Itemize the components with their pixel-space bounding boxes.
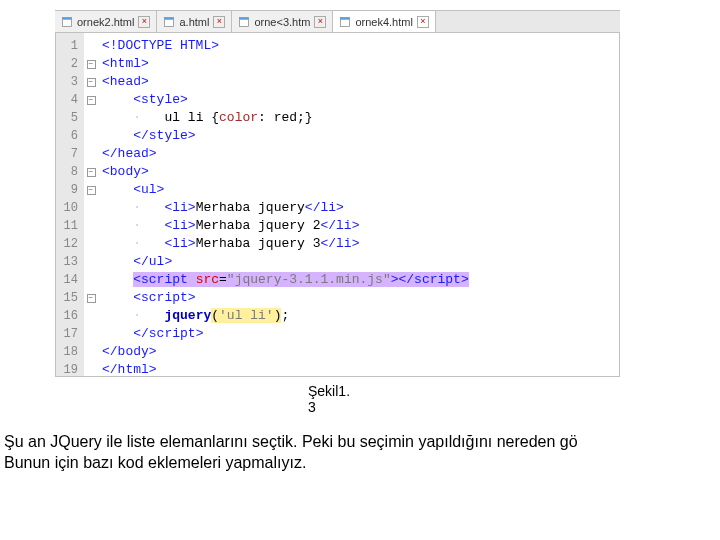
code-editor: ornek2.html×a.html×orne<3.htm×ornek4.htm… [55, 10, 620, 377]
tab-bar: ornek2.html×a.html×orne<3.htm×ornek4.htm… [55, 10, 620, 32]
tab-label: orne<3.htm [254, 16, 310, 28]
tab-label: ornek2.html [77, 16, 134, 28]
svg-rect-7 [341, 17, 350, 19]
fold-marker[interactable]: − [84, 55, 98, 73]
fold-marker [84, 127, 98, 145]
file-icon [61, 16, 73, 28]
tab-label: a.html [179, 16, 209, 28]
file-icon [339, 16, 351, 28]
caption-line-2: 3 [308, 399, 720, 415]
tab-1[interactable]: a.html× [157, 11, 232, 32]
fold-marker [84, 109, 98, 127]
fold-marker [84, 253, 98, 271]
line-number: 13 [56, 253, 78, 271]
code-line[interactable]: · <li>Merhaba jquery 3</li> [102, 235, 619, 253]
line-number: 7 [56, 145, 78, 163]
caption-line-1: Şekil1. [308, 383, 720, 399]
line-number: 16 [56, 307, 78, 325]
tab-0[interactable]: ornek2.html× [55, 11, 157, 32]
code-line[interactable]: · <li>Merhaba jquery</li> [102, 199, 619, 217]
fold-marker [84, 199, 98, 217]
fold-column: −−−−−− [84, 33, 98, 376]
line-number: 4 [56, 91, 78, 109]
fold-marker[interactable]: − [84, 73, 98, 91]
fold-marker [84, 235, 98, 253]
fold-marker [84, 271, 98, 289]
code-line[interactable]: <head> [102, 73, 619, 91]
code-line[interactable]: </script> [102, 325, 619, 343]
code-line[interactable]: · <li>Merhaba jquery 2</li> [102, 217, 619, 235]
file-icon [163, 16, 175, 28]
body-text-line-2: Bunun için bazı kod eklemeleri yapmalıyı… [4, 454, 720, 472]
fold-marker [84, 325, 98, 343]
close-icon[interactable]: × [417, 16, 429, 28]
line-number-gutter: 12345678910111213141516171819 [56, 33, 84, 376]
code-line[interactable]: <script> [102, 289, 619, 307]
fold-marker[interactable]: − [84, 289, 98, 307]
close-icon[interactable]: × [213, 16, 225, 28]
close-icon[interactable]: × [138, 16, 150, 28]
code-line[interactable]: </body> [102, 343, 619, 361]
line-number: 6 [56, 127, 78, 145]
fold-marker [84, 361, 98, 379]
fold-marker[interactable]: − [84, 163, 98, 181]
close-icon[interactable]: × [314, 16, 326, 28]
line-number: 8 [56, 163, 78, 181]
editor-body: 12345678910111213141516171819 −−−−−− <!D… [55, 32, 620, 377]
line-number: 2 [56, 55, 78, 73]
code-line[interactable]: <body> [102, 163, 619, 181]
figure-caption: Şekil1. 3 [308, 383, 720, 415]
code-line[interactable]: <ul> [102, 181, 619, 199]
line-number: 3 [56, 73, 78, 91]
code-line[interactable]: · jquery('ul li'); [102, 307, 619, 325]
fold-marker[interactable]: − [84, 181, 98, 199]
code-line[interactable]: </html> [102, 361, 619, 376]
line-number: 14 [56, 271, 78, 289]
fold-marker [84, 145, 98, 163]
code-line[interactable]: · ul li {color: red;} [102, 109, 619, 127]
body-text-line-1: Şu an JQuery ile liste elemanlarını seçt… [4, 433, 720, 451]
fold-marker [84, 217, 98, 235]
line-number: 5 [56, 109, 78, 127]
tab-3[interactable]: ornek4.html× [333, 11, 435, 32]
fold-marker[interactable]: − [84, 91, 98, 109]
code-line[interactable]: <html> [102, 55, 619, 73]
code-area[interactable]: <!DOCTYPE HTML><html><head> <style> · ul… [98, 33, 619, 376]
line-number: 18 [56, 343, 78, 361]
svg-rect-5 [240, 17, 249, 19]
line-number: 10 [56, 199, 78, 217]
code-line[interactable]: </head> [102, 145, 619, 163]
code-line[interactable]: <script src="jquery-3.1.1.min.js"></scri… [102, 271, 619, 289]
fold-marker [84, 307, 98, 325]
line-number: 12 [56, 235, 78, 253]
code-line[interactable]: </style> [102, 127, 619, 145]
line-number: 17 [56, 325, 78, 343]
code-line[interactable]: <style> [102, 91, 619, 109]
svg-rect-1 [63, 17, 72, 19]
file-icon [238, 16, 250, 28]
line-number: 1 [56, 37, 78, 55]
line-number: 11 [56, 217, 78, 235]
code-line[interactable]: <!DOCTYPE HTML> [102, 37, 619, 55]
line-number: 9 [56, 181, 78, 199]
fold-marker [84, 343, 98, 361]
fold-marker [84, 37, 98, 55]
tab-label: ornek4.html [355, 16, 412, 28]
line-number: 19 [56, 361, 78, 379]
code-line[interactable]: </ul> [102, 253, 619, 271]
tab-2[interactable]: orne<3.htm× [232, 11, 333, 32]
line-number: 15 [56, 289, 78, 307]
svg-rect-3 [165, 17, 174, 19]
